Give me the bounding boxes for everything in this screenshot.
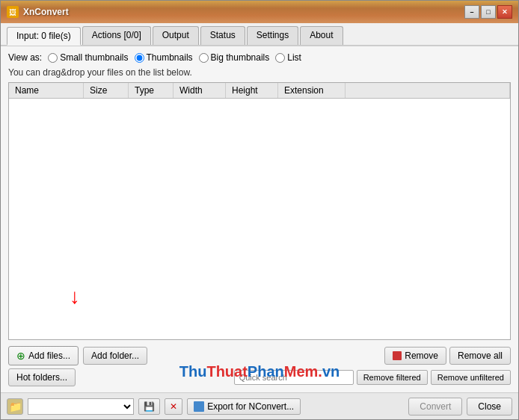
remove-button[interactable]: Remove [384,347,446,365]
col-header-extension: Extension [278,83,346,98]
convert-button[interactable]: Convert [408,398,462,416]
add-remove-row: ⊕ Add files... Add folder... Remove Remo… [8,346,511,365]
remove-filtered-button[interactable]: Remove filtered [357,370,428,385]
add-files-icon: ⊕ [16,350,25,362]
app-icon: 🖼 [7,6,19,18]
remove-buttons-group: Remove Remove all [384,347,511,365]
window-title: XnConvert [23,7,460,17]
remove-unfiltered-button[interactable]: Remove unfiltered [431,370,511,385]
delete-icon: ✕ [170,401,177,412]
main-content: View as: Small thumbnails Thumbnails Big… [1,46,518,392]
tab-output[interactable]: Output [153,26,199,45]
col-header-type: Type [129,83,173,98]
col-header-width: Width [173,83,226,98]
tab-status[interactable]: Status [200,26,245,45]
hot-folders-search-row: Hot folders... Remove filtered Remove un… [8,368,511,386]
view-as-label: View as: [8,52,42,63]
tab-settings[interactable]: Settings [247,26,298,45]
save-button[interactable]: 💾 [138,398,160,415]
radio-small-thumbnails[interactable]: Small thumbnails [48,52,128,63]
rows-area: ⊕ Add files... Add folder... Remove Remo… [8,346,511,386]
file-list-container: Name Size Type Width Height Extension [8,82,511,340]
file-list-body [9,99,510,339]
add-folder-button[interactable]: Add folder... [83,347,147,365]
search-filter-group: Remove filtered Remove unfiltered [80,370,511,385]
radio-big-thumbnails[interactable]: Big thumbnails [199,52,270,63]
minimize-button[interactable]: – [464,5,479,19]
tabs-bar: Input: 0 file(s) Actions [0/0] Output St… [1,23,518,46]
close-action-button[interactable]: Close [467,398,512,416]
remove-icon [393,351,402,360]
export-button[interactable]: Export for NConvert... [187,398,301,415]
add-files-button[interactable]: ⊕ Add files... [8,346,79,365]
col-header-size: Size [84,83,129,98]
folder-icon[interactable]: 📁 [7,398,23,415]
tab-input[interactable]: Input: 0 file(s) [7,27,81,46]
file-list-header: Name Size Type Width Height Extension [9,83,510,99]
save-icon: 💾 [144,401,155,412]
tab-actions[interactable]: Actions [0/0] [82,26,151,45]
window-controls: – □ ✕ [464,5,512,19]
main-window: 🖼 XnConvert – □ ✕ Input: 0 file(s) Actio… [0,0,519,420]
title-bar: 🖼 XnConvert – □ ✕ [1,1,518,23]
tab-about[interactable]: About [300,26,343,45]
drag-hint: You can drag&drop your files on the list… [8,67,511,78]
export-icon [194,401,204,412]
maximize-button[interactable]: □ [481,5,496,19]
radio-list[interactable]: List [275,52,301,63]
remove-all-button[interactable]: Remove all [449,347,511,365]
delete-button[interactable]: ✕ [165,398,182,415]
col-header-height: Height [226,83,278,98]
view-as-row: View as: Small thumbnails Thumbnails Big… [8,52,511,63]
col-header-name: Name [9,83,84,98]
search-input[interactable] [234,370,354,385]
radio-thumbnails[interactable]: Thumbnails [135,52,193,63]
hot-folders-button[interactable]: Hot folders... [8,368,76,386]
status-bar: 📁 💾 ✕ Export for NConvert... Convert Clo… [1,392,518,419]
close-window-button[interactable]: ✕ [497,5,512,19]
path-dropdown[interactable] [28,398,134,415]
col-header-rest [346,83,510,98]
